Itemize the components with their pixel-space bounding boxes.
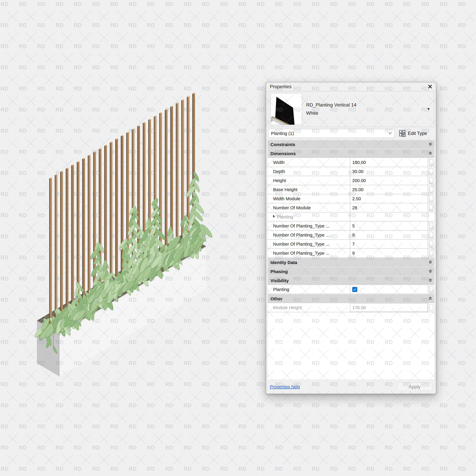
associate-parameter-cell <box>428 303 434 312</box>
property-label: Base Height <box>273 187 297 192</box>
associate-parameter-cell <box>428 231 434 239</box>
associate-parameter-cell <box>428 221 434 230</box>
section-header-other[interactable]: Other <box>268 294 434 303</box>
property-row-width-module-2-50: Width Module2.50 <box>268 194 434 203</box>
property-label: Number Of Planting_Type ... <box>273 233 329 238</box>
associate-parameter-button[interactable] <box>429 286 433 293</box>
panel-title: Properties <box>270 84 291 89</box>
family-name: RD_Planting Vertical 14 <box>306 101 357 109</box>
associate-parameter-button[interactable] <box>429 232 433 238</box>
property-value-cell[interactable]: 7 <box>350 240 428 248</box>
edit-type-button[interactable]: Edit Type <box>399 130 427 137</box>
associate-parameter-cell <box>428 203 434 212</box>
property-row-number-of-planting-type-7: Number Of Planting_Type ...7 <box>268 240 434 249</box>
section-header-phasing[interactable]: Phasing <box>268 267 434 276</box>
property-row-depth-30-00: Depth30.00 <box>268 167 434 176</box>
section-header-visibility[interactable]: Visibility <box>268 276 434 285</box>
associate-parameter-button[interactable] <box>429 222 433 229</box>
type-row: Planting (1) Edit Type <box>266 127 436 140</box>
grid-empty-area <box>268 312 434 380</box>
property-value: 8 <box>352 233 355 238</box>
property-row-planting: Planting <box>268 285 434 294</box>
close-icon[interactable] <box>427 84 433 89</box>
section-header-identity-data[interactable]: Identity Data <box>268 258 434 267</box>
property-value-cell[interactable]: 5 <box>350 221 428 230</box>
properties-grid: ConstraintsDimensionsWidth180.00Depth30.… <box>268 140 434 312</box>
property-row-number-of-planting-type-8: Number Of Planting_Type ...8 <box>268 231 434 240</box>
planting-visibility-checkbox[interactable] <box>352 287 357 292</box>
associate-parameter-cell <box>428 212 434 221</box>
chevron-double-down-icon <box>428 269 432 274</box>
associate-parameter-cell <box>428 285 434 294</box>
property-value-cell[interactable]: 25.00 <box>350 185 428 194</box>
properties-panel: Properties RD_Planting Vertical 14 White <box>266 82 436 394</box>
property-value: 176.50 <box>352 305 366 310</box>
property-label: Number Of Planting_Type ... <box>273 223 329 228</box>
property-value-cell[interactable]: 9 <box>350 249 428 257</box>
property-value-cell[interactable]: 28 <box>350 203 428 212</box>
chevron-double-up-icon <box>428 296 432 301</box>
associate-parameter-button[interactable] <box>429 159 433 166</box>
element-filter-select[interactable]: Planting (1) <box>268 129 395 138</box>
property-label: Planting <box>273 287 289 292</box>
property-value-cell[interactable]: 2.50 <box>350 194 428 203</box>
property-value-cell: 176.50 <box>350 303 428 312</box>
property-row-width-180-00: Width180.00 <box>268 158 434 167</box>
properties-help-link[interactable]: Properties help <box>270 384 300 389</box>
property-label: Width <box>273 160 285 165</box>
planting-wall-render <box>0 0 268 476</box>
chevron-double-up-icon <box>428 151 432 156</box>
section-header-dimensions[interactable]: Dimensions <box>268 149 434 158</box>
property-value: 28 <box>352 205 357 210</box>
property-row-planting: Planting <box>268 212 434 221</box>
associate-parameter-cell <box>428 240 434 248</box>
property-value: 30.00 <box>352 169 363 174</box>
section-label: Identity Data <box>271 260 297 265</box>
property-value: 5 <box>352 223 355 228</box>
family-thumbnail <box>271 93 302 125</box>
property-value: 2.50 <box>352 196 361 201</box>
property-value: 25.00 <box>352 187 363 192</box>
property-value-cell[interactable]: 30.00 <box>350 167 428 176</box>
associate-parameter-button[interactable] <box>429 204 433 211</box>
associate-parameter-cell <box>428 185 434 194</box>
chevron-double-down-icon <box>428 142 432 147</box>
property-label: Number Of Module <box>273 205 311 210</box>
chevron-double-up-icon <box>428 278 432 283</box>
apply-button[interactable]: Apply <box>397 383 432 391</box>
associate-parameter-button[interactable] <box>429 186 433 193</box>
element-filter-value: Planting (1) <box>271 131 294 136</box>
property-value: 7 <box>352 241 355 247</box>
property-value-cell[interactable] <box>350 285 428 294</box>
section-label: Dimensions <box>271 151 296 156</box>
property-value: 200.00 <box>352 178 366 183</box>
edit-type-icon <box>399 130 406 137</box>
chevron-double-down-icon <box>428 260 432 265</box>
property-value-cell[interactable]: 8 <box>350 231 428 239</box>
associate-parameter-button[interactable] <box>429 250 433 256</box>
panel-footer: Properties help Apply <box>266 380 436 394</box>
associate-parameter-button[interactable] <box>429 241 433 248</box>
property-value-cell[interactable]: 180.00 <box>350 158 428 167</box>
edit-type-label: Edit Type <box>408 131 427 136</box>
section-label: Phasing <box>271 269 288 274</box>
associate-parameter-button[interactable] <box>429 195 433 202</box>
property-row-module-height-176-50: Module Height176.50 <box>268 303 434 312</box>
screenshot-root: Properties RD_Planting Vertical 14 White <box>0 0 476 476</box>
property-row-base-height-25-00: Base Height25.00 <box>268 185 434 194</box>
associate-parameter-button[interactable] <box>429 177 433 184</box>
associate-parameter-button[interactable] <box>429 168 433 175</box>
type-selector-arrow-icon[interactable]: ▼ <box>427 107 430 111</box>
family-identity[interactable]: RD_Planting Vertical 14 White <box>306 101 357 117</box>
section-label: Constraints <box>271 142 295 147</box>
family-type: White <box>306 109 357 117</box>
property-label: Number Of Planting_Type ... <box>273 251 329 256</box>
section-label: Other <box>271 296 282 301</box>
property-value-cell <box>350 212 428 221</box>
associate-parameter-button <box>429 304 433 311</box>
section-header-constraints[interactable]: Constraints <box>268 140 434 149</box>
section-label: Visibility <box>271 278 289 283</box>
property-label: Depth <box>273 169 285 174</box>
property-label: Width Module <box>273 196 300 201</box>
property-value-cell[interactable]: 200.00 <box>350 176 428 185</box>
